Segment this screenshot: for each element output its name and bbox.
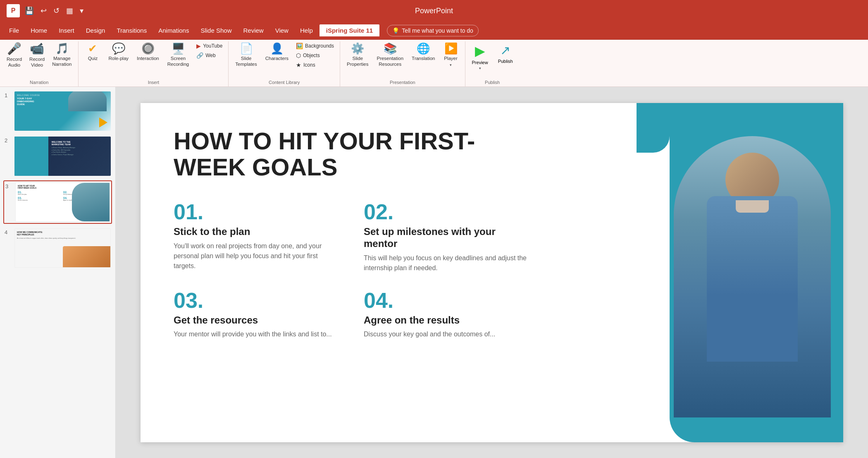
item-2-desc: This will help you focus on key deadline… bbox=[364, 253, 529, 273]
menu-file[interactable]: File bbox=[3, 24, 25, 36]
icons-icon: ★ bbox=[296, 62, 301, 68]
menu-ispring[interactable]: iSpring Suite 11 bbox=[319, 24, 380, 37]
ribbon-group-narration: 🎤 Record Audio 📹 Record Video 🎵 Manage N… bbox=[0, 41, 79, 86]
menu-help[interactable]: Help bbox=[294, 24, 319, 36]
slide-num-1: 1 bbox=[5, 91, 11, 98]
menu-design[interactable]: Design bbox=[80, 24, 111, 36]
objects-label: Objects bbox=[303, 53, 320, 58]
interaction-icon: 🔘 bbox=[141, 43, 155, 54]
item-4-num: 04. bbox=[364, 290, 529, 311]
slide-photo-area bbox=[674, 136, 831, 417]
redo-btn[interactable]: ↺ bbox=[52, 5, 61, 17]
record-video-label: Record Video bbox=[29, 57, 45, 68]
quiz-button[interactable]: ✔ Quiz bbox=[82, 41, 103, 63]
menu-transitions[interactable]: Transitions bbox=[111, 24, 153, 36]
interaction-label: Interaction bbox=[137, 56, 159, 62]
translation-button[interactable]: 🌐 Translation bbox=[408, 41, 438, 63]
slide-templates-button[interactable]: 📄 Slide Templates bbox=[232, 41, 260, 69]
menu-view[interactable]: View bbox=[269, 24, 294, 36]
slide-thumb-4[interactable]: 4 HOW WE COMMUNICATE:KEY PRINCIPLES As a… bbox=[3, 227, 112, 269]
canvas-area: HOW TO HIT YOUR FIRST-WEEK GOALS 01. Sti… bbox=[116, 87, 868, 458]
app-title: PowerPoint bbox=[415, 7, 453, 15]
ribbon-group-publish: ▶ Preview ▾ ↗ Publish Publish bbox=[465, 41, 520, 86]
objects-button[interactable]: ⬡ Objects bbox=[293, 51, 336, 60]
item-4-desc: Discuss your key goal and the outcomes o… bbox=[364, 329, 529, 339]
characters-button[interactable]: 👤 Characters bbox=[262, 41, 292, 63]
slide-item-1: 01. Stick to the plan You'll work on rea… bbox=[174, 201, 339, 273]
save-btn[interactable]: 💾 bbox=[23, 5, 36, 17]
screen-recording-button[interactable]: 🖥️ Screen Recording bbox=[164, 41, 192, 69]
tell-me-text: Tell me what you want to do bbox=[402, 27, 473, 34]
slide-main-title: HOW TO HIT YOUR FIRST-WEEK GOALS bbox=[174, 128, 529, 181]
slide-thumb-3[interactable]: 3 HOW TO HIT YOURFIRST-WEEK GOALS 01.Sti… bbox=[3, 180, 112, 224]
more-btn[interactable]: ▾ bbox=[78, 5, 85, 17]
preview-button[interactable]: ▶ Preview ▾ bbox=[469, 41, 491, 72]
content-library-group-label: Content Library bbox=[232, 79, 336, 86]
microphone-icon: 🎤 bbox=[7, 43, 21, 55]
slide-thumb-1[interactable]: 1 WELCOME COURSE YOUR 7-DAYONBOARDINGGUI… bbox=[3, 90, 112, 132]
templates-icon: 📄 bbox=[240, 43, 253, 54]
youtube-icon: ▶ bbox=[196, 43, 201, 49]
menu-review[interactable]: Review bbox=[237, 24, 269, 36]
slide-thumb-2[interactable]: 2 WELCOME TO THEMARKETING TEAM ● Eleanor… bbox=[3, 135, 112, 177]
presentation-resources-button[interactable]: 📚 Presentation Resources bbox=[373, 41, 407, 69]
backgrounds-button[interactable]: 🖼️ Backgrounds bbox=[293, 41, 336, 50]
slide-items-grid: 01. Stick to the plan You'll work on rea… bbox=[174, 201, 529, 339]
publish-label: Publish bbox=[498, 59, 513, 64]
title-bar: P 💾 ↩ ↺ ▦ ▾ PowerPoint bbox=[0, 0, 868, 22]
youtube-button[interactable]: ▶ YouTube bbox=[194, 41, 225, 50]
item-2-num: 02. bbox=[364, 201, 529, 223]
chat-icon: 💬 bbox=[112, 43, 125, 54]
characters-label: Characters bbox=[265, 56, 289, 62]
slide-img-1: WELCOME COURSE YOUR 7-DAYONBOARDINGGUIDE bbox=[14, 91, 111, 131]
ribbon-group-content-library: 📄 Slide Templates 👤 Characters 🖼️ Backgr… bbox=[229, 41, 340, 86]
music-icon: 🎵 bbox=[55, 43, 69, 54]
properties-icon: ⚙️ bbox=[351, 43, 364, 54]
youtube-label: YouTube bbox=[203, 43, 222, 49]
record-audio-label: Record Audio bbox=[7, 57, 22, 68]
slide-templates-label: Slide Templates bbox=[235, 56, 257, 67]
quiz-label: Quiz bbox=[88, 56, 98, 62]
publish-button[interactable]: ↗ Publish bbox=[495, 41, 516, 65]
tell-me-bar[interactable]: 💡 Tell me what you want to do bbox=[387, 25, 479, 36]
menu-home[interactable]: Home bbox=[25, 24, 53, 36]
present-btn[interactable]: ▦ bbox=[64, 5, 75, 17]
role-play-label: Role-play bbox=[108, 56, 129, 62]
quiz-icon: ✔ bbox=[88, 43, 97, 54]
presentation-items: ⚙️ Slide Properties 📚 Presentation Resou… bbox=[343, 41, 461, 79]
web-button[interactable]: 🔗 Web bbox=[194, 51, 225, 60]
player-dropdown: ▾ bbox=[450, 63, 452, 67]
record-video-button[interactable]: 📹 Record Video bbox=[26, 41, 48, 70]
slide-img-4: HOW WE COMMUNICATE:KEY PRINCIPLES As a t… bbox=[14, 228, 111, 268]
main-area: 1 WELCOME COURSE YOUR 7-DAYONBOARDINGGUI… bbox=[0, 87, 868, 458]
web-buttons: ▶ YouTube 🔗 Web bbox=[194, 41, 225, 60]
screen-icon: 🖥️ bbox=[172, 43, 185, 54]
slide-main-content: HOW TO HIT YOUR FIRST-WEEK GOALS 01. Sti… bbox=[174, 128, 529, 340]
manage-narration-button[interactable]: 🎵 Manage Narration bbox=[49, 41, 75, 69]
slide-num-4: 4 bbox=[5, 228, 11, 235]
slide-properties-button[interactable]: ⚙️ Slide Properties bbox=[343, 41, 372, 69]
icons-button[interactable]: ★ Icons bbox=[293, 60, 336, 70]
publish-icon: ↗ bbox=[500, 43, 510, 58]
menu-animations[interactable]: Animations bbox=[153, 24, 195, 36]
slide-item-4: 04. Agree on the results Discuss your ke… bbox=[364, 290, 529, 340]
role-play-button[interactable]: 💬 Role-play bbox=[105, 41, 132, 63]
slide-item-2: 02. Set up milestones with your mentor T… bbox=[364, 201, 529, 273]
backgrounds-icon: 🖼️ bbox=[296, 43, 303, 49]
interaction-button[interactable]: 🔘 Interaction bbox=[134, 41, 162, 63]
menu-slideshow[interactable]: Slide Show bbox=[195, 24, 237, 36]
menu-insert[interactable]: Insert bbox=[53, 24, 80, 36]
content-library-items: 📄 Slide Templates 👤 Characters 🖼️ Backgr… bbox=[232, 41, 336, 79]
undo-btn[interactable]: ↩ bbox=[39, 5, 48, 17]
presentation-resources-label: Presentation Resources bbox=[377, 56, 403, 67]
item-1-num: 01. bbox=[174, 201, 339, 223]
ribbon: 🎤 Record Audio 📹 Record Video 🎵 Manage N… bbox=[0, 40, 868, 87]
player-button[interactable]: ▶️ Player ▾ bbox=[440, 41, 462, 69]
camera-icon: 📹 bbox=[30, 43, 44, 55]
translation-icon: 🌐 bbox=[417, 43, 430, 54]
web-label: Web bbox=[205, 53, 215, 58]
record-audio-button[interactable]: 🎤 Record Audio bbox=[3, 41, 25, 70]
player-label: Player bbox=[444, 56, 458, 62]
narration-items: 🎤 Record Audio 📹 Record Video 🎵 Manage N… bbox=[3, 41, 75, 79]
publish-group-label: Publish bbox=[469, 79, 516, 86]
